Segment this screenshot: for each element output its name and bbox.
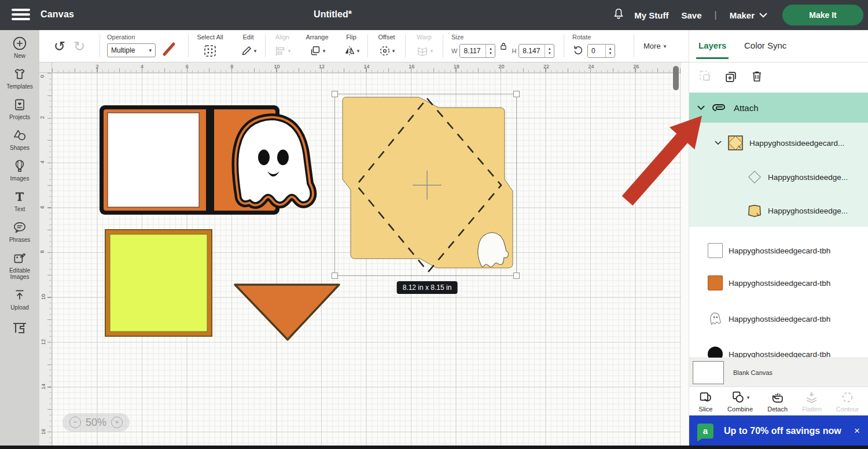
machine-selector[interactable]: Maker: [730, 10, 767, 20]
sidebar-item-images[interactable]: Images: [0, 159, 39, 182]
phrases-bubble-icon: [12, 220, 27, 235]
sidebar-item-templates[interactable]: Templates: [0, 67, 39, 90]
tab-layers[interactable]: Layers: [698, 41, 726, 50]
layer-row[interactable]: Happyghostsideedgecard...: [689, 130, 868, 156]
arrange-button[interactable]: Arrange ▾: [299, 30, 335, 62]
layer-row[interactable]: Happyghostsideedge...: [689, 198, 868, 223]
hamburger-menu-icon[interactable]: [12, 9, 30, 21]
my-stuff-link[interactable]: My Stuff: [634, 10, 668, 20]
operation-select[interactable]: Multiple ▾: [107, 43, 156, 57]
sidebar-item-editable-images[interactable]: Editable Images: [0, 251, 39, 280]
more-button[interactable]: More ▾: [634, 30, 666, 62]
height-stepper[interactable]: ▴▾: [545, 45, 554, 57]
ruler-corner: [39, 62, 52, 73]
projects-icon: [12, 97, 27, 112]
group-select-icon: [698, 69, 712, 86]
promo-banner[interactable]: a Up to 70% off savings now ×: [689, 415, 868, 447]
chevron-down-icon[interactable]: [715, 141, 722, 145]
align-button: Align ▾: [266, 30, 299, 62]
aspect-lock-icon[interactable]: [498, 41, 509, 54]
width-stepper[interactable]: ▴▾: [486, 45, 495, 57]
ghost-graphic: [237, 119, 311, 203]
promo-text: Up to 70% off savings now: [724, 426, 841, 436]
undo-button[interactable]: ↺: [54, 38, 65, 54]
orange-triangle-shape[interactable]: [231, 282, 343, 344]
selection-size-tooltip: 8.12 in x 8.15 in: [397, 281, 458, 294]
detach-icon: [770, 390, 785, 404]
layers-toolbar: [689, 66, 868, 89]
layer-row[interactable]: Happyghostsideedgecard-tbh: [689, 270, 868, 296]
canvas-vertical-scrollbar[interactable]: [673, 66, 679, 90]
combine-button[interactable]: ▾ Combine: [727, 390, 753, 413]
layer-group-attach[interactable]: Attach: [689, 93, 868, 123]
height-label: H: [512, 47, 516, 54]
zoom-control: − 50% +: [62, 413, 130, 432]
top-bar: Canvas Untitled* My Stuff Save | Maker M…: [0, 0, 868, 30]
blank-canvas-label: Blank Canvas: [733, 369, 773, 376]
upload-icon: [12, 288, 27, 303]
selection-handle-bottom-left[interactable]: [332, 273, 338, 279]
blank-canvas-row[interactable]: Blank Canvas: [689, 358, 868, 387]
sidebar-item-new[interactable]: New: [0, 36, 39, 59]
slice-icon: [698, 390, 713, 404]
zoom-in-button[interactable]: +: [111, 417, 123, 428]
select-all-icon: [203, 43, 217, 58]
sidebar-item-upload[interactable]: Upload: [0, 288, 39, 311]
cricut-design-space: { "topbar": { "canvas_label": "Canvas", …: [0, 0, 868, 449]
ghost-card-artwork[interactable]: [98, 104, 324, 218]
layer-row[interactable]: Happyghostsideedgecard-tbh: [689, 306, 868, 332]
panel-tabs: Layers Color Sync: [689, 30, 868, 62]
vertical-ruler: 0 2 4 6 8 10 12 14 16: [39, 73, 52, 447]
layer-actions-toolbar: Slice ▾ Combine Detach Flatten Contour: [689, 387, 868, 415]
chevron-down-icon[interactable]: [697, 105, 705, 111]
sidebar-item-projects[interactable]: Projects: [0, 97, 39, 120]
warp-icon: [415, 45, 429, 57]
rotate-stepper[interactable]: ▴▾: [605, 45, 615, 57]
sidebar-item-text[interactable]: Text: [0, 189, 39, 212]
pen-color-swatch[interactable]: [161, 42, 176, 59]
editable-images-icon: [12, 251, 27, 266]
select-all-button[interactable]: Select All: [189, 30, 231, 62]
warp-button: Warp ▾: [406, 30, 443, 62]
edit-button[interactable]: Edit ▾: [231, 30, 265, 62]
cricut-logo-icon: [0, 321, 39, 335]
rotate-icon[interactable]: [572, 44, 584, 58]
delete-trash-icon[interactable]: [750, 69, 764, 86]
width-input[interactable]: [460, 45, 486, 57]
height-input[interactable]: [519, 45, 545, 57]
selection-bounding-box[interactable]: [334, 94, 517, 276]
selection-handle-top-left[interactable]: [332, 91, 338, 97]
layer-row[interactable]: Happyghostsideedge...: [689, 164, 868, 190]
design-canvas[interactable]: 2 4 6 8 10 12 14 16 18 20 22 24 26 0 2 4…: [39, 62, 689, 449]
promo-logo-icon: a: [697, 424, 713, 439]
text-icon: [12, 189, 27, 204]
banner-close-icon[interactable]: ×: [854, 425, 860, 437]
zoom-out-button[interactable]: −: [69, 417, 81, 428]
notifications-bell-icon[interactable]: [612, 8, 625, 23]
rotate-input[interactable]: [588, 45, 605, 57]
selection-handle-bottom-right[interactable]: [513, 273, 520, 279]
layer-row[interactable]: Happyghostsideedgecard-tbh: [689, 238, 868, 263]
redo-button[interactable]: ↻: [73, 38, 85, 54]
selection-handle-top-right[interactable]: [513, 91, 520, 97]
slice-button[interactable]: Slice: [698, 390, 713, 413]
flatten-icon: [804, 390, 819, 404]
save-button[interactable]: Save: [681, 10, 701, 20]
tab-color-sync[interactable]: Color Sync: [744, 41, 786, 50]
pencil-icon: [240, 45, 253, 57]
duplicate-icon[interactable]: [724, 69, 738, 86]
document-title[interactable]: Untitled*: [314, 9, 352, 20]
sidebar-item-shapes[interactable]: Shapes: [0, 128, 39, 151]
layer-thumbnail-tan-base: [747, 203, 762, 218]
flip-button[interactable]: Flip ▾: [335, 30, 367, 62]
offset-button[interactable]: Offset ▾: [368, 30, 405, 62]
align-icon: [274, 45, 287, 57]
detach-button[interactable]: Detach: [767, 390, 788, 413]
width-label: W: [451, 47, 457, 54]
make-it-button[interactable]: Make It: [782, 5, 863, 25]
sidebar-item-phrases[interactable]: Phrases: [0, 220, 39, 243]
contour-icon: [840, 390, 855, 404]
yellow-square-shape[interactable]: [106, 230, 211, 336]
arrange-icon: [309, 45, 322, 57]
blank-canvas-thumbnail: [693, 361, 724, 384]
